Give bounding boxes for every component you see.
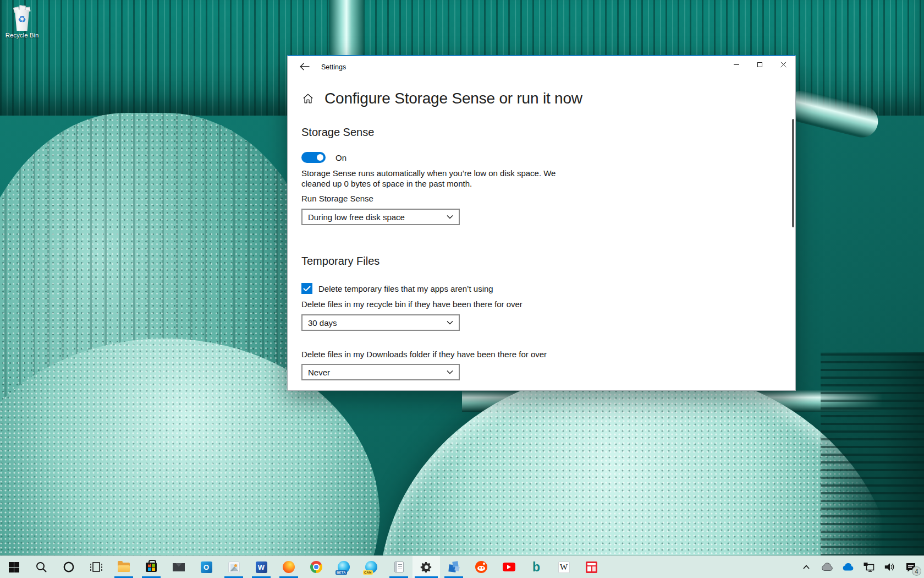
edge-canary-icon: CAN [365, 561, 377, 573]
tray-network-button[interactable] [862, 560, 876, 574]
recycle-bin-desktop-icon[interactable]: ♻ Recycle Bin [4, 4, 40, 44]
storage-sense-description: Storage Sense runs automatically when yo… [301, 168, 556, 189]
tray-onedrive-business-button[interactable] [842, 560, 855, 574]
taskbar-search-button[interactable] [28, 556, 55, 578]
maximize-button[interactable] [748, 56, 772, 73]
taskbar: O W BETA [0, 555, 924, 578]
downloads-duration-dropdown[interactable]: Never [301, 364, 460, 380]
taskbar-edge-canary-button[interactable]: CAN [358, 556, 385, 578]
chevron-up-icon [802, 564, 810, 570]
cortana-icon [63, 561, 75, 573]
tray-action-center-button[interactable]: 4 [904, 560, 917, 574]
file-explorer-icon [118, 563, 130, 572]
taskbar-word-button[interactable]: W [248, 556, 275, 578]
downloads-duration-label: Delete files in my Downloads folder if t… [301, 350, 547, 359]
taskbar-wikipedia-button[interactable]: W [550, 556, 578, 578]
tray-volume-button[interactable] [883, 560, 897, 574]
settings-window: Settings Configure Storage Sense or run … [287, 55, 796, 391]
storage-sense-heading: Storage Sense [301, 126, 374, 139]
back-arrow-icon [300, 63, 310, 70]
chrome-icon [310, 561, 322, 573]
chevron-down-icon [447, 320, 453, 325]
taskbar-edge-beta-button[interactable]: BETA [330, 556, 358, 578]
recycle-bin-label: Recycle Bin [1, 32, 43, 39]
news-icon [586, 561, 597, 573]
taskbar-cortana-button[interactable] [55, 556, 82, 578]
word-icon: W [256, 561, 267, 573]
microsoft-store-icon [146, 563, 157, 572]
firefox-icon [283, 561, 295, 573]
close-button[interactable] [772, 56, 795, 73]
recycle-bin-duration-label: Delete files in my recycle bin if they h… [301, 299, 522, 309]
run-storage-sense-dropdown[interactable]: During low free disk space [301, 209, 460, 225]
taskbar-apps: O W BETA [0, 556, 605, 578]
reddit-icon [475, 561, 487, 573]
chevron-down-icon [447, 215, 453, 219]
taskbar-bing-button[interactable]: b [522, 556, 550, 578]
taskbar-start-button[interactable] [0, 556, 28, 578]
storage-sense-toggle-row: On [301, 152, 346, 163]
window-title: Settings [321, 63, 346, 71]
delete-temp-files-row: Delete temporary files that my apps aren… [301, 283, 493, 294]
edge-canary-badge: CAN [363, 570, 373, 575]
run-storage-sense-label: Run Storage Sense [301, 194, 373, 203]
tray-show-hidden-icons-button[interactable] [800, 560, 813, 574]
taskbar-paint3d-button[interactable] [440, 556, 468, 578]
taskbar-chrome-button[interactable] [302, 556, 330, 578]
bing-icon: b [532, 561, 540, 574]
taskbar-reddit-button[interactable] [468, 556, 495, 578]
wallpaper-chrome-pipe [329, 0, 364, 61]
toggle-knob [317, 154, 323, 161]
mail-icon [173, 563, 185, 571]
caption-buttons [724, 56, 795, 73]
description-line-2: cleaned up 0 bytes of space in the past … [301, 178, 556, 189]
storage-sense-toggle[interactable] [301, 152, 326, 163]
notepad-icon [394, 561, 404, 572]
paint-3d-icon [448, 561, 460, 573]
checkmark-icon [303, 286, 311, 292]
taskbar-settings-button[interactable] [413, 556, 440, 578]
taskbar-photos-button[interactable] [220, 556, 248, 578]
home-icon [302, 92, 314, 105]
photos-icon [228, 561, 240, 573]
network-icon [863, 561, 875, 572]
page-title: Configure Storage Sense or run it now [324, 90, 582, 107]
taskbar-firefox-button[interactable] [275, 556, 302, 578]
close-icon [780, 62, 787, 68]
system-tray: 4 [800, 556, 924, 578]
temporary-files-heading: Temporary Files [301, 255, 380, 268]
taskbar-mail-button[interactable] [165, 556, 193, 578]
desktop: ♻ Recycle Bin Settings [0, 0, 924, 578]
toggle-state-label: On [336, 153, 346, 162]
wallpaper-dark-corner [821, 352, 924, 556]
recycle-bin-icon: ♻ [14, 10, 30, 31]
recycle-bin-duration-value: 30 days [308, 318, 337, 328]
edge-beta-icon: BETA [338, 561, 350, 573]
description-line-1: Storage Sense runs automatically when yo… [301, 168, 556, 178]
delete-temp-files-label: Delete temporary files that my apps aren… [318, 284, 493, 293]
tray-onedrive-personal-button[interactable] [821, 560, 834, 574]
recycle-symbol-icon: ♻ [18, 15, 26, 24]
taskbar-youtube-button[interactable] [495, 556, 522, 578]
taskbar-task-view-button[interactable] [82, 556, 110, 578]
windows-logo-icon [9, 562, 19, 572]
back-button[interactable] [292, 57, 317, 76]
delete-temp-files-checkbox[interactable] [301, 283, 312, 294]
titlebar[interactable]: Settings [288, 56, 795, 78]
wikipedia-icon: W [558, 561, 570, 573]
taskbar-microsoft-store-button[interactable] [138, 556, 165, 578]
speaker-icon [884, 561, 896, 572]
outlook-icon: O [201, 561, 212, 573]
taskbar-news-button[interactable] [578, 556, 605, 578]
taskbar-notepad-button[interactable] [385, 556, 413, 578]
page-header: Configure Storage Sense or run it now [302, 90, 582, 107]
taskbar-file-explorer-button[interactable] [110, 556, 138, 578]
recycle-bin-duration-dropdown[interactable]: 30 days [301, 314, 460, 331]
taskbar-outlook-button[interactable]: O [193, 556, 220, 578]
youtube-icon [503, 563, 515, 571]
scrollbar[interactable] [792, 119, 794, 227]
minimize-button[interactable] [724, 56, 748, 73]
maximize-icon [757, 62, 762, 67]
task-view-icon [90, 561, 103, 572]
downloads-duration-value: Never [308, 368, 330, 377]
